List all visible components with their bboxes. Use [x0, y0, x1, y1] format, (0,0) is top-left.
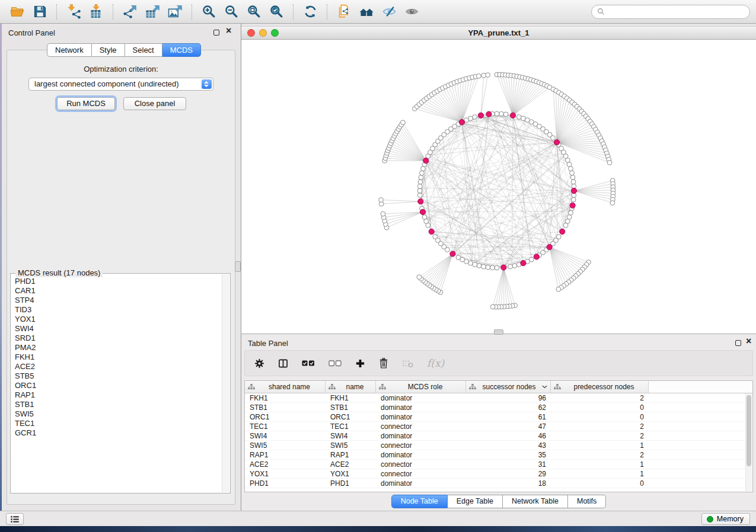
mcds-hub-node[interactable] — [429, 229, 434, 234]
mcds-hub-node[interactable] — [534, 254, 539, 259]
table-row[interactable]: YOX1YOX1connector291 — [245, 469, 752, 479]
memory-button[interactable]: Memory — [701, 513, 750, 525]
table-tab-motifs[interactable]: Motifs — [568, 495, 606, 508]
float-table-panel-icon[interactable] — [735, 340, 741, 346]
table-tab-node-table[interactable]: Node Table — [391, 495, 448, 508]
mcds-result-item[interactable]: STB1 — [15, 400, 218, 409]
mcds-result-item[interactable]: PHD1 — [15, 277, 218, 286]
table-tab-edge-table[interactable]: Edge Table — [448, 495, 503, 508]
export-image-button[interactable] — [165, 2, 185, 21]
minimize-window-icon[interactable] — [259, 29, 267, 37]
search-box[interactable] — [591, 5, 750, 19]
tab-mcds[interactable]: MCDS — [162, 43, 201, 57]
column-header-shared-name[interactable]: shared name — [245, 381, 326, 393]
tab-select[interactable]: Select — [125, 43, 162, 57]
mcds-result-item[interactable]: TID3 — [15, 305, 218, 315]
mcds-result-item[interactable]: SWI5 — [15, 409, 218, 419]
deselect-all-button[interactable] — [328, 359, 342, 367]
save-session-button[interactable] — [30, 2, 50, 21]
close-window-icon[interactable] — [247, 29, 255, 37]
mcds-result-item[interactable]: PMA2 — [15, 343, 218, 352]
column-header-successor-nodes[interactable]: successor nodes — [466, 381, 551, 393]
table-row[interactable]: ACE2ACE2connector311 — [245, 460, 752, 469]
open-file-button[interactable] — [7, 2, 27, 21]
close-panel-button[interactable]: Close panel — [123, 97, 186, 110]
column-header-predecessor-nodes[interactable]: predecessor nodes — [551, 381, 649, 393]
mcds-hub-node[interactable] — [478, 113, 483, 118]
table-scrollbar[interactable] — [745, 393, 752, 491]
zoom-selected-button[interactable] — [266, 2, 286, 21]
column-header-name[interactable]: name — [326, 381, 376, 393]
hide-selected-button[interactable] — [379, 2, 399, 21]
mcds-result-item[interactable]: SRD1 — [15, 334, 218, 343]
table-row[interactable]: PHD1PHD1dominator180 — [245, 479, 752, 488]
mcds-hub-node[interactable] — [571, 188, 576, 193]
mcds-result-item[interactable]: SWI4 — [15, 324, 218, 334]
mcds-hub-node[interactable] — [547, 244, 552, 249]
table-row[interactable]: SWI5SWI5connector431 — [245, 441, 752, 450]
network-canvas[interactable] — [241, 40, 756, 334]
table-row[interactable]: STB1STB1dominator620 — [245, 403, 752, 412]
optimization-criterion-dropdown[interactable]: largest connected component (undirected) — [28, 78, 213, 91]
refresh-view-button[interactable] — [300, 2, 320, 21]
maximize-window-icon[interactable] — [271, 29, 279, 37]
mcds-hub-node[interactable] — [510, 113, 515, 118]
show-columns-button[interactable] — [278, 358, 288, 368]
network-graph[interactable] — [241, 40, 756, 334]
select-all-button[interactable] — [302, 359, 315, 367]
table-row[interactable]: TEC1TEC1connector472 — [245, 422, 752, 431]
mcds-list-scrollbar[interactable] — [222, 274, 229, 492]
search-input[interactable] — [608, 7, 744, 17]
mcds-result-item[interactable]: STP4 — [15, 296, 218, 305]
mcds-result-item[interactable]: CAR1 — [15, 286, 218, 296]
mcds-hub-node[interactable] — [459, 120, 464, 125]
mcds-hub-node[interactable] — [521, 261, 526, 266]
mcds-hub-node[interactable] — [450, 251, 455, 257]
mcds-result-item[interactable]: ACE2 — [15, 362, 218, 371]
table-row[interactable]: ORC1ORC1dominator610 — [245, 412, 752, 422]
mcds-result-item[interactable]: ORC1 — [15, 381, 218, 390]
mcds-hub-node[interactable] — [420, 209, 425, 214]
copy-network-button[interactable] — [334, 2, 354, 21]
mcds-result-item[interactable]: RAP1 — [15, 390, 218, 400]
import-network-button[interactable] — [63, 2, 84, 21]
table-row[interactable]: SWI4SWI4dominator462 — [245, 431, 752, 441]
column-header-MCDS-role[interactable]: MCDS role — [376, 381, 466, 393]
tab-style[interactable]: Style — [92, 43, 125, 57]
mcds-result-item[interactable]: TEC1 — [15, 419, 218, 428]
export-network-button[interactable] — [120, 2, 140, 21]
mcds-hub-node[interactable] — [501, 265, 506, 270]
zoom-in-button[interactable] — [199, 2, 219, 21]
mcds-result-item[interactable]: STB5 — [15, 371, 218, 381]
mcds-hub-node[interactable] — [486, 111, 492, 117]
mcds-result-item[interactable]: YOX1 — [15, 315, 218, 324]
close-table-panel-icon[interactable]: × — [746, 336, 751, 346]
run-mcds-button[interactable]: Run MCDS — [57, 97, 115, 110]
table-scrollbar-thumb[interactable] — [747, 395, 751, 466]
add-row-button[interactable] — [355, 358, 365, 368]
mcds-hub-node[interactable] — [554, 140, 559, 145]
import-table-button[interactable] — [86, 2, 106, 21]
close-panel-icon[interactable]: × — [226, 26, 231, 36]
column-settings-button[interactable] — [254, 358, 264, 368]
horizontal-splitter-handle[interactable] — [494, 329, 503, 335]
mcds-result-item[interactable]: FKH1 — [15, 352, 218, 362]
network-window-titlebar[interactable]: YPA_prune.txt_1 — [241, 26, 756, 40]
mcds-hub-node[interactable] — [418, 198, 423, 204]
zoom-fit-button[interactable] — [244, 2, 264, 21]
tab-network[interactable]: Network — [47, 43, 92, 57]
mcds-hub-node[interactable] — [560, 229, 565, 234]
task-history-button[interactable] — [6, 513, 24, 525]
table-tab-network-table[interactable]: Network Table — [503, 495, 568, 508]
table-row[interactable]: FKH1FKH1dominator962 — [245, 393, 752, 403]
vertical-splitter-handle[interactable] — [235, 261, 241, 272]
first-neighbors-button[interactable] — [356, 2, 377, 21]
mcds-hub-node[interactable] — [570, 203, 575, 208]
delete-rows-button[interactable] — [379, 358, 388, 368]
mcds-result-item[interactable]: GCR1 — [15, 428, 218, 438]
zoom-out-button[interactable] — [221, 2, 241, 21]
float-panel-icon[interactable] — [213, 30, 219, 36]
table-row[interactable]: RAP1RAP1dominator352 — [245, 450, 752, 460]
export-table-button[interactable] — [142, 2, 162, 21]
mcds-hub-node[interactable] — [423, 158, 429, 164]
